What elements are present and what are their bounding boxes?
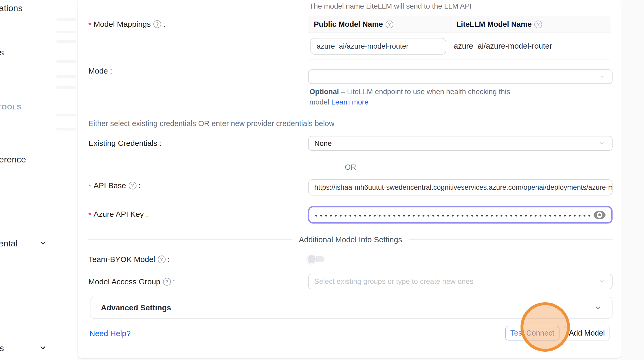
need-help-link[interactable]: Need Help? [89, 329, 131, 338]
sidebar-skeleton-bar [56, 75, 76, 78]
chevron-down-icon [599, 140, 605, 147]
select-placeholder: Select existing groups or type to create… [314, 277, 473, 286]
chevron-down-icon [599, 74, 605, 80]
existing-credentials-select[interactable]: None [308, 136, 613, 151]
sidebar-skeleton-bar [56, 40, 76, 43]
mode-help-text: Optional – LiteLLM endpoint to use when … [309, 87, 517, 107]
sidebar-skeleton-bar [56, 18, 76, 21]
credentials-note: Either select existing credentials OR en… [88, 119, 334, 128]
sidebar-skeleton-bar [56, 114, 76, 116]
azure-api-key-input[interactable]: ••••••••••••••••••••••••••••••••••••••••… [308, 206, 613, 224]
sidebar-skeleton-bar [56, 31, 76, 33]
column-header-public-model-name: Public Model Name [314, 16, 393, 33]
chevron-down-icon[interactable] [39, 344, 47, 352]
sidebar-item-organizations[interactable]: ations [0, 3, 23, 13]
help-icon[interactable] [158, 256, 166, 263]
model-access-group-label: Model Access Group [88, 277, 175, 286]
model-name-help-text: The model name LiteLLM will send to the … [309, 2, 472, 10]
test-connect-button[interactable]: Test Connect [505, 326, 560, 341]
help-icon[interactable] [129, 182, 136, 189]
column-header-litellm-model-name: LiteLLM Model Name [456, 16, 542, 33]
team-byok-toggle[interactable] [307, 254, 325, 264]
sidebar-skeleton-bar [56, 128, 76, 130]
additional-info-divider: Additional Model Info Settings [88, 236, 613, 244]
chevron-down-icon[interactable] [39, 239, 47, 247]
sidebar-section-tools: TOOLS [0, 103, 22, 111]
existing-credentials-label: Existing Credentials [88, 139, 161, 148]
advanced-settings-panel[interactable]: Advanced Settings [90, 297, 613, 319]
sidebar: ations s TOOLS erence ental s [0, 0, 77, 360]
sidebar-item[interactable]: s [0, 47, 4, 57]
table-header: Public Model Name LiteLLM Model Name [308, 16, 610, 33]
team-byok-label: Team-BYOK Model [88, 255, 170, 264]
help-icon[interactable] [153, 20, 161, 28]
table-row-border [308, 59, 610, 60]
sidebar-skeleton-bar [56, 86, 76, 89]
sidebar-item-settings[interactable]: s [0, 343, 4, 353]
litellm-model-name-value: azure_ai/azure-model-router [454, 42, 552, 50]
chevron-down-icon[interactable] [594, 304, 602, 311]
sidebar-item-reference[interactable]: erence [0, 154, 26, 165]
chevron-down-icon [599, 278, 605, 285]
public-model-name-input[interactable]: azure_ai/azure-model-router [310, 38, 446, 55]
help-icon[interactable] [534, 21, 542, 28]
api-base-label: API Base [88, 181, 141, 190]
advanced-settings-title: Advanced Settings [101, 303, 171, 312]
mode-label: Mode [88, 67, 112, 75]
mode-select[interactable] [308, 69, 613, 84]
eye-icon[interactable] [594, 211, 606, 219]
add-model-button[interactable]: Add Model [564, 326, 610, 341]
sidebar-item-experimental[interactable]: ental [0, 238, 18, 248]
masked-password-value: ••••••••••••••••••••••••••••••••••••••••… [315, 211, 593, 219]
or-divider: OR [88, 163, 613, 171]
toggle-handle [307, 254, 316, 264]
help-icon[interactable] [386, 21, 393, 28]
api-base-input[interactable]: https://ishaa-mh6uutut-swedencentral.cog… [308, 179, 613, 195]
column-divider [451, 19, 451, 29]
model-mappings-label: Model Mappings [88, 20, 165, 29]
help-icon[interactable] [163, 278, 171, 286]
model-access-group-select[interactable]: Select existing groups or type to create… [308, 274, 613, 289]
azure-api-key-label: Azure API Key [88, 210, 148, 219]
sidebar-skeleton-bar [56, 60, 76, 63]
learn-more-link[interactable]: Learn more [331, 98, 368, 106]
